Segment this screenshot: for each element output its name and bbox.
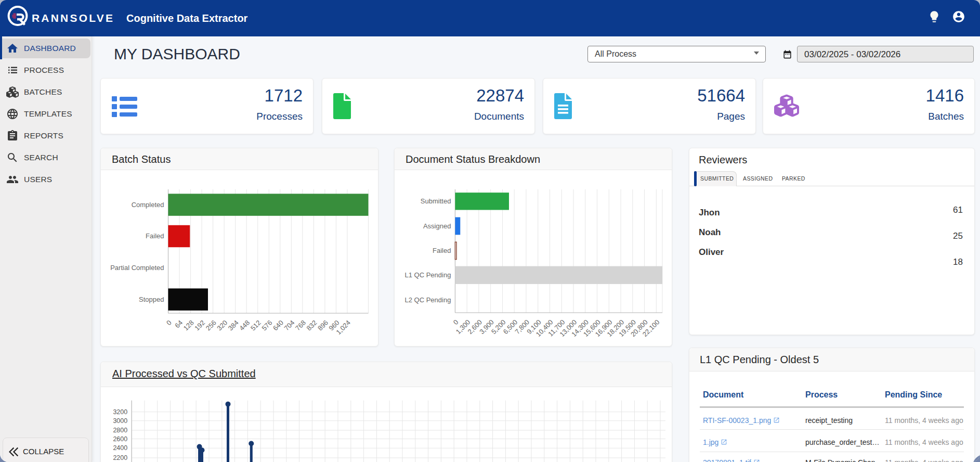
svg-text:576: 576 <box>260 319 273 332</box>
svg-text:Failed: Failed <box>433 247 451 254</box>
svg-text:2600: 2600 <box>113 435 127 443</box>
svg-text:3000: 3000 <box>113 417 127 425</box>
svg-text:2800: 2800 <box>113 427 127 434</box>
svg-text:Assigned: Assigned <box>423 222 451 230</box>
svg-text:2400: 2400 <box>113 444 127 452</box>
svg-text:192: 192 <box>193 319 206 332</box>
svg-text:Failed: Failed <box>146 232 164 240</box>
svg-text:2200: 2200 <box>113 454 127 461</box>
svg-text:3200: 3200 <box>113 408 127 416</box>
svg-text:L1 QC Pending: L1 QC Pending <box>404 271 451 279</box>
svg-text:320: 320 <box>215 319 229 332</box>
svg-text:256: 256 <box>204 319 218 332</box>
svg-text:0: 0 <box>165 319 173 327</box>
svg-text:704: 704 <box>282 319 296 332</box>
svg-text:832: 832 <box>305 319 319 332</box>
svg-text:Stopped: Stopped <box>139 296 164 303</box>
svg-text:Completed: Completed <box>132 201 164 209</box>
svg-text:Submitted: Submitted <box>421 197 451 205</box>
svg-text:768: 768 <box>294 319 307 332</box>
svg-text:640: 640 <box>271 319 285 332</box>
svg-text:L2 QC Pending: L2 QC Pending <box>404 296 451 304</box>
svg-text:Partial Completed: Partial Completed <box>110 264 164 272</box>
svg-text:896: 896 <box>316 319 330 332</box>
svg-text:448: 448 <box>238 319 251 332</box>
svg-text:512: 512 <box>249 319 263 332</box>
svg-text:384: 384 <box>227 319 240 332</box>
svg-text:128: 128 <box>182 319 195 332</box>
